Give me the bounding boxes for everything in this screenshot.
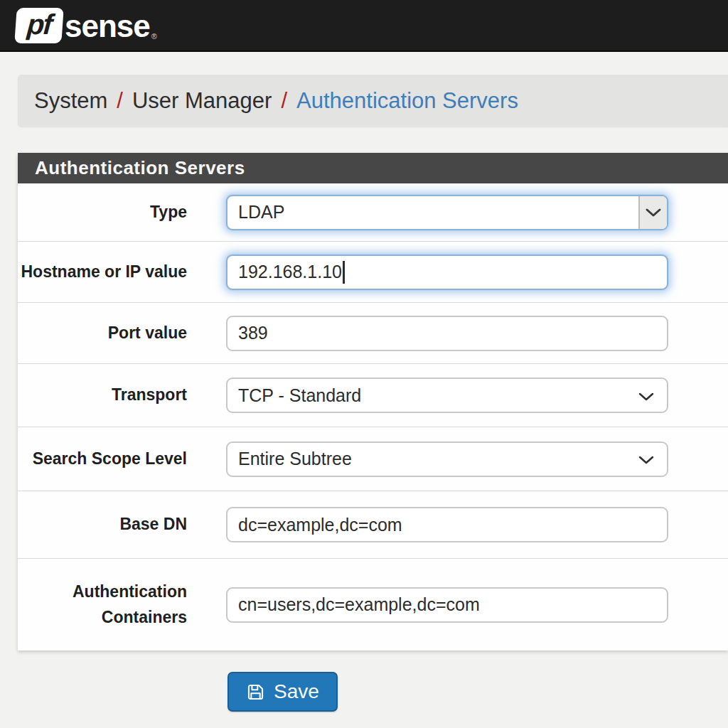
breadcrumb-separator: / [272,88,296,114]
panel-title: Authentication Servers [18,153,728,183]
field-row-transport: Transport TCP - Standard [18,364,728,427]
base-dn-label: Base DN [18,512,206,537]
field-row-base-dn: Base DN dc=example,dc=com [18,491,728,559]
top-navbar: pf sense ® [0,0,728,52]
chevron-down-icon [638,449,654,469]
pfsense-logo-pf: pf [26,10,53,41]
base-dn-input-value: dc=example,dc=com [238,515,402,535]
pfsense-logo-sense: sense [65,11,150,43]
field-row-port: Port value 389 [18,303,728,364]
save-button-label: Save [274,680,319,703]
save-button[interactable]: Save [228,672,338,712]
transport-select-value: TCP - Standard [238,385,361,406]
breadcrumb-authentication-servers[interactable]: Authentication Servers [296,88,518,114]
breadcrumb: System / User Manager / Authentication S… [18,75,728,127]
registered-trademark-icon: ® [151,32,157,43]
chevron-down-icon [638,385,654,406]
breadcrumb-system[interactable]: System [34,88,107,114]
transport-label: Transport [18,382,206,408]
chevron-down-icon[interactable] [638,196,667,229]
port-input[interactable]: 389 [226,316,668,351]
field-row-hostname: Hostname or IP value 192.168.1.10 [18,242,728,303]
auth-containers-input[interactable]: cn=users,dc=example,dc=com [226,587,668,623]
pfsense-logo-box: pf [14,8,63,43]
auth-containers-label: Authentication Containers [18,579,206,630]
port-input-value: 389 [238,323,268,343]
hostname-input-value: 192.168.1.10 [238,262,342,282]
save-icon [246,682,265,702]
field-row-auth-containers: Authentication Containers cn=users,dc=ex… [18,559,728,651]
hostname-input[interactable]: 192.168.1.10 [226,255,668,290]
field-row-type: Type LDAP [18,183,728,242]
auth-servers-panel: Authentication Servers Type LDAP Hostnam… [18,153,728,651]
transport-select[interactable]: TCP - Standard [226,378,668,413]
base-dn-input[interactable]: dc=example,dc=com [226,507,668,542]
type-select[interactable]: LDAP [226,195,668,230]
port-label: Port value [18,321,206,346]
breadcrumb-user-manager[interactable]: User Manager [132,88,272,114]
breadcrumb-separator: / [107,88,132,114]
type-label: Type [18,200,206,225]
type-select-value: LDAP [238,202,284,223]
pfsense-logo[interactable]: pf sense ® [16,8,157,43]
search-scope-select-value: Entire Subtree [238,449,352,469]
search-scope-select[interactable]: Entire Subtree [226,441,668,477]
auth-containers-input-value: cn=users,dc=example,dc=com [238,594,480,615]
field-row-search-scope: Search Scope Level Entire Subtree [18,427,728,491]
panel-title-text: Authentication Servers [35,157,245,179]
hostname-label: Hostname or IP value [18,259,206,285]
search-scope-label: Search Scope Level [18,446,206,472]
text-cursor [343,261,345,284]
